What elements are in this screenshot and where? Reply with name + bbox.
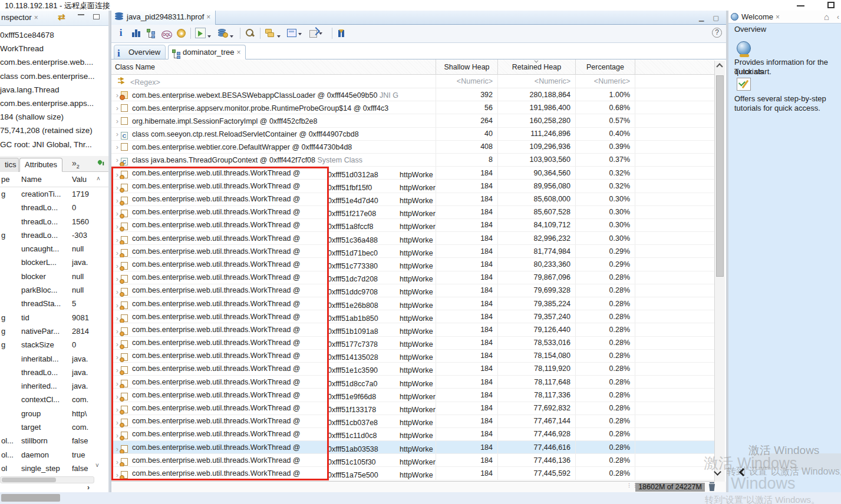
table-row[interactable]: ›com.bes.enterprise.web.util.threads.Wor…	[111, 389, 714, 402]
table-row[interactable]: ›com.bes.enterprise.web.util.threads.Wor…	[111, 258, 714, 271]
tutorials-icon[interactable]	[737, 78, 751, 91]
attribute-row[interactable]: ol...stillbornfalse	[0, 434, 108, 447]
calculator-icon[interactable]	[287, 29, 296, 37]
attributes-hscrollbar[interactable]	[0, 476, 94, 483]
chevron-down-icon[interactable]	[207, 35, 211, 38]
attribute-row[interactable]: parkBloc...null	[0, 283, 108, 297]
search-icon[interactable]	[245, 28, 255, 38]
table-row[interactable]: ›com.bes.enterprise.web.util.threads.Wor…	[111, 441, 714, 454]
chevron-down-icon[interactable]	[319, 32, 322, 35]
table-row[interactable]: ›Cclass com.seeyon.ctp.rest.ReloadServle…	[111, 128, 714, 141]
close-icon[interactable]: ×	[776, 13, 780, 21]
table-row[interactable]: ›com.bes.enterprise.web.util.threads.Wor…	[111, 363, 714, 376]
attribute-row[interactable]: ol...daemontrue	[0, 448, 108, 462]
table-row[interactable]: ›com.bes.enterprise.web.util.threads.Wor…	[111, 232, 714, 245]
col-value[interactable]: Valu	[72, 175, 87, 184]
scroll-up-icon[interactable]: ˄	[97, 175, 100, 182]
oql-icon[interactable]: OQL	[161, 31, 172, 39]
table-row[interactable]: ›com.bes.enterprise.web.util.threads.Wor…	[111, 467, 714, 480]
expand-chevron-icon[interactable]: ›	[114, 130, 121, 138]
table-row[interactable]: ›com.bes.enterprise.web.util.threads.Wor…	[111, 193, 714, 206]
tab-overflow-chevron[interactable]: »2	[72, 158, 80, 170]
attribute-row[interactable]: gstackSize0	[0, 338, 108, 352]
scroll-down-icon[interactable]: ˅	[95, 462, 99, 469]
tab-attributes[interactable]: Attributes	[19, 158, 62, 172]
attribute-row[interactable]: blockernull	[0, 270, 108, 283]
col-name[interactable]: Name	[21, 175, 42, 184]
overview-ball-icon[interactable]	[737, 41, 751, 55]
expand-chevron-icon[interactable]: ›	[114, 104, 121, 112]
regex-filter-cell[interactable]: <Regex>	[111, 75, 436, 88]
close-icon[interactable]: ×	[206, 13, 210, 21]
tab-statistics[interactable]: tics	[0, 158, 19, 172]
chevron-down-icon[interactable]	[277, 35, 281, 38]
attribute-row[interactable]: threadSta...5	[0, 297, 108, 310]
tab-overview[interactable]: i Overview	[114, 45, 166, 59]
table-row[interactable]: ›com.bes.enterprise.web.util.threads.Wor…	[111, 206, 714, 219]
attribute-row[interactable]: olsingle_stepfalse	[0, 462, 108, 475]
maximize-view-icon[interactable]	[93, 14, 100, 19]
query-browser-icon[interactable]	[217, 28, 228, 38]
table-row[interactable]: ›com.bes.enterprise.web.util.threads.Wor…	[111, 376, 714, 389]
attribute-row[interactable]: blockerL...java.	[0, 256, 108, 269]
maximize-button[interactable]	[827, 2, 835, 8]
expand-chevron-icon[interactable]: ›	[114, 142, 121, 151]
trash-icon[interactable]	[708, 482, 716, 491]
editor-tab-hprof[interactable]: java_pid2948311.hprof×	[111, 11, 216, 25]
attribute-row[interactable]: gthreadLo...-303	[0, 228, 108, 242]
table-row[interactable]: ›com.bes.enterprise.web.util.threads.Wor…	[111, 167, 714, 180]
table-row[interactable]: ›com.bes.enterprise.web.util.threads.Wor…	[111, 219, 714, 232]
table-row[interactable]: ›com.bes.enterprise.appserv.monitor.prob…	[111, 101, 714, 114]
numeric-filter-cell[interactable]: <Numeric>	[498, 75, 576, 88]
table-row[interactable]: ›com.bes.enterprise.webtier.core.Default…	[111, 141, 714, 154]
attribute-row[interactable]: threadLo...java.	[0, 366, 108, 379]
overview-heading[interactable]: Overview	[734, 25, 766, 34]
close-icon[interactable]: ×	[34, 14, 38, 22]
table-row[interactable]: ›com.bes.enterprise.web.util.threads.Wor…	[111, 402, 714, 415]
chevron-down-icon[interactable]	[298, 33, 302, 35]
table-row[interactable]: ›Cclass java.beans.ThreadGroupContext @ …	[111, 154, 714, 167]
attribute-row[interactable]: gcreationTi...1719	[0, 187, 108, 201]
table-row[interactable]: ›com.bes.enterprise.web.util.threads.Wor…	[111, 245, 714, 258]
table-row[interactable]: ›com.bes.enterprise.web.util.threads.Wor…	[111, 454, 714, 467]
numeric-filter-cell[interactable]: <Numeric>	[436, 75, 498, 88]
header-class-name[interactable]: Class Name	[111, 59, 436, 74]
attribute-row[interactable]: threadLo...0	[0, 201, 108, 214]
attribute-row[interactable]: gtid9081	[0, 311, 108, 324]
close-icon[interactable]: ×	[236, 48, 240, 57]
table-row[interactable]: ›com.bes.enterprise.web.util.threads.Wor…	[111, 180, 714, 193]
attribute-row[interactable]: inherited...java.	[0, 379, 108, 393]
table-row[interactable]: ›com.bes.enterprise.web.util.threads.Wor…	[111, 415, 714, 428]
attribute-row[interactable]: threadLo...1560	[0, 215, 108, 228]
table-row[interactable]: ›com.bes.enterprise.web.util.threads.Wor…	[111, 323, 714, 336]
table-row[interactable]: ›com.bes.enterprise.webext.BESASWebappCl…	[111, 88, 714, 101]
inspector-tab[interactable]: nspector×	[1, 13, 38, 22]
editor-window-buttons[interactable]: ▁ ▢	[699, 14, 723, 22]
attribute-row[interactable]: uncaught...null	[0, 242, 108, 256]
table-row[interactable]: ›com.bes.enterprise.web.util.threads.Wor…	[111, 297, 714, 310]
home-icon[interactable]: ⌂	[824, 12, 829, 22]
inspector-sync-icon[interactable]: ⇄	[58, 12, 65, 22]
tab-dominator-tree[interactable]: dominator_tree×	[168, 45, 246, 59]
chevron-down-icon[interactable]	[230, 35, 233, 38]
help-icon[interactable]: ?	[712, 28, 722, 38]
info-icon[interactable]: i	[116, 28, 126, 38]
table-row[interactable]: ›com.bes.enterprise.web.util.threads.Wor…	[111, 271, 714, 284]
compare-icon[interactable]	[337, 28, 347, 38]
grouping-icon[interactable]	[265, 28, 275, 38]
header-shallow-heap[interactable]: Shallow Heap	[436, 59, 498, 74]
status-scrollbar[interactable]	[1, 494, 60, 502]
tab-welcome[interactable]: Welcome×	[741, 12, 780, 21]
table-row[interactable]: ›com.bes.enterprise.web.util.threads.Wor…	[111, 310, 714, 323]
header-retained-heap[interactable]: Retained Heap	[498, 59, 576, 74]
attribute-row[interactable]: grouphttp\	[0, 407, 108, 420]
scroll-right-icon[interactable]: ›	[87, 483, 90, 492]
attribute-row[interactable]: contextCl...com.	[0, 393, 108, 406]
nav-back-icon[interactable]: ‹	[837, 13, 839, 21]
gear-icon[interactable]	[177, 29, 186, 38]
dominator-tree-icon[interactable]	[146, 28, 157, 38]
expert-report-icon[interactable]	[195, 28, 206, 38]
table-row[interactable]: ›com.bes.enterprise.web.util.threads.Wor…	[111, 350, 714, 363]
drag-grip-icon[interactable]: ⋮⋮	[626, 483, 631, 490]
expand-chevron-icon[interactable]: ›	[114, 117, 121, 125]
